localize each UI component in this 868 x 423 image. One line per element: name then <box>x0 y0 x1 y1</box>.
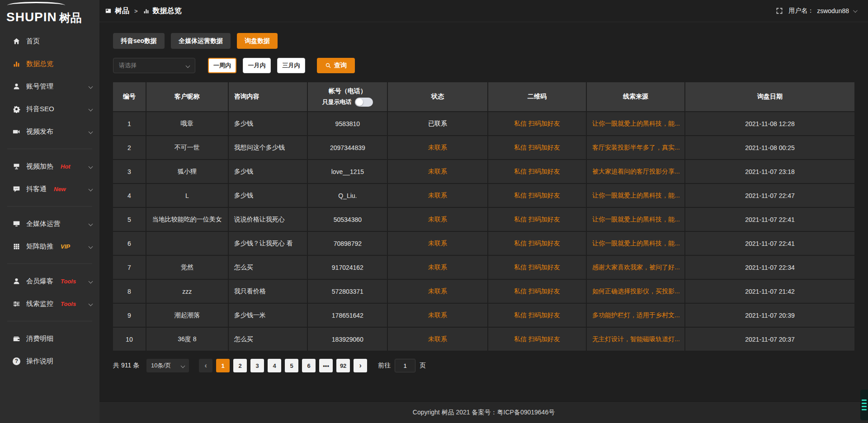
total-count: 共 911 条 <box>113 362 139 370</box>
cell-content: 多少钱 <box>229 112 308 135</box>
page-button-3[interactable]: 3 <box>250 359 264 372</box>
goto-suffix: 页 <box>420 362 426 370</box>
breadcrumb-root[interactable]: 树品 <box>115 6 129 16</box>
cell-source-link[interactable]: 客厅安装投影半年多了，真实... <box>587 136 685 159</box>
cell-status: 未联系 <box>388 160 488 183</box>
new-badge: New <box>54 186 66 193</box>
goto-page-input[interactable] <box>395 359 415 372</box>
chevron-down-icon <box>186 63 190 68</box>
app-square-icon <box>105 8 112 14</box>
page-size-select[interactable]: 10条/页 <box>146 359 189 372</box>
cell-date: 2021-11-07 22:41 <box>685 208 854 231</box>
cell-source-link[interactable]: 感谢大家喜欢我家，被问了好... <box>587 256 685 279</box>
user-dropdown[interactable]: 用户名：zswodun88 <box>788 7 856 15</box>
cell-status: 未联系 <box>388 136 488 159</box>
tab-douyin-seo-data[interactable]: 抖音seo数据 <box>113 33 165 49</box>
cell-content: 多少钱？让我死心 看 <box>229 232 308 255</box>
sidebar-item-account-mgmt[interactable]: 账号管理 <box>0 75 99 98</box>
cell-qrcode-link[interactable]: 私信 扫码加好友 <box>488 256 587 279</box>
sidebar-item-member-baoke[interactable]: 会员爆客 Tools <box>0 270 99 292</box>
sidebar-item-media-operation[interactable]: 全媒体运营 <box>0 212 99 235</box>
chevron-down-icon <box>89 84 93 89</box>
cell-qrcode-link[interactable]: 私信 扫码加好友 <box>488 328 587 351</box>
cell-source-link[interactable]: 让你一眼就爱上的黑科技，能... <box>587 184 685 207</box>
cell-qrcode-link[interactable]: 私信 扫码加好友 <box>488 232 587 255</box>
period-three-months-button[interactable]: 三月内 <box>277 58 305 73</box>
sidebar-item-clue-monitor[interactable]: 线索监控 Tools <box>0 292 99 315</box>
cell-content: 我只看价格 <box>229 280 308 303</box>
cell-qrcode-link[interactable]: 私信 扫码加好友 <box>488 136 587 159</box>
logo: SHUPIN 树品 <box>0 0 99 26</box>
goto-page: 前往 页 <box>378 359 426 372</box>
sidebar-item-douyin-seo[interactable]: 抖音SEO <box>0 98 99 120</box>
cell-source-link[interactable]: 被大家追着问的客厅投影分享... <box>587 160 685 183</box>
cell-qrcode-link[interactable]: 私信 扫码加好友 <box>488 112 587 135</box>
table-row: 5 当地比较能吃的一位美女 说说价格让我死心 50534380 未联系 私信 扫… <box>113 207 854 231</box>
cell-source-link[interactable]: 如何正确选择投影仪，买投影... <box>587 280 685 303</box>
sidebar-item-video-publish[interactable]: 视频发布 <box>0 120 99 143</box>
chevron-down-icon <box>89 129 93 134</box>
page-button-5[interactable]: 5 <box>285 359 298 372</box>
chevron-down-icon <box>89 301 93 306</box>
account-select[interactable]: 请选择 <box>113 58 195 73</box>
tab-media-operation-data[interactable]: 全媒体运营数据 <box>171 33 231 49</box>
period-one-month-button[interactable]: 一月内 <box>243 58 271 73</box>
pagination: 共 911 条 10条/页 ‹ 1 2 3 4 5 6 ••• 92 › 前往 … <box>113 359 854 372</box>
cell-qrcode-link[interactable]: 私信 扫码加好友 <box>488 280 587 303</box>
page-button-4[interactable]: 4 <box>268 359 281 372</box>
user-icon <box>13 277 20 285</box>
cell-qrcode-link[interactable]: 私信 扫码加好友 <box>488 304 587 327</box>
page-button-6[interactable]: 6 <box>302 359 316 372</box>
cell-status: 未联系 <box>388 304 488 327</box>
phone-only-row: 只显示电话 <box>322 98 373 107</box>
cell-source-link[interactable]: 让你一眼就爱上的黑科技，能... <box>587 112 685 135</box>
cell-source-link[interactable]: 让你一眼就爱上的黑科技，能... <box>587 232 685 255</box>
chat-widget[interactable] <box>860 390 868 420</box>
page-button-2[interactable]: 2 <box>233 359 247 372</box>
tab-inquiry-data[interactable]: 询盘数据 <box>237 33 278 49</box>
cell-date: 2021-11-07 22:41 <box>685 232 854 255</box>
next-page-button[interactable]: › <box>354 359 367 372</box>
sidebar-item-video-heat[interactable]: 视频加热 Hot <box>0 155 99 178</box>
bar-chart-icon <box>13 60 20 68</box>
chat-bubble-icon <box>13 185 20 193</box>
cell-status: 未联系 <box>388 208 488 231</box>
sidebar-item-label: 视频加热 <box>26 162 53 171</box>
cell-source-link[interactable]: 无主灯设计，智能磁吸轨道灯... <box>587 328 685 351</box>
cell-date: 2021-11-07 20:39 <box>685 304 854 327</box>
page-ellipsis-button[interactable]: ••• <box>319 359 333 372</box>
cell-qrcode-link[interactable]: 私信 扫码加好友 <box>488 184 587 207</box>
table-row: 10 36度 8 怎么买 183929060 未联系 私信 扫码加好友 无主灯设… <box>113 327 854 351</box>
cell-status: 未联系 <box>388 280 488 303</box>
table-body: 1 哦章 多少钱 9583810 已联系 私信 扫码加好友 让你一眼就爱上的黑科… <box>113 111 854 351</box>
sidebar-item-doukatong[interactable]: 抖客通 New <box>0 178 99 200</box>
sidebar-item-home[interactable]: 首页 <box>0 30 99 52</box>
sidebar-item-matrix-boost[interactable]: 矩阵助推 VIP <box>0 235 99 258</box>
sidebar-item-label: 全媒体运营 <box>26 220 60 228</box>
cell-content: 多少钱 <box>229 160 308 183</box>
period-one-week-button[interactable]: 一周内 <box>208 58 236 73</box>
cell-nickname: L <box>146 184 229 207</box>
cell-qrcode-link[interactable]: 私信 扫码加好友 <box>488 160 587 183</box>
cell-date: 2021-11-07 22:34 <box>685 256 854 279</box>
page-button-92[interactable]: 92 <box>336 359 350 372</box>
cell-index: 6 <box>113 232 146 255</box>
sidebar: SHUPIN 树品 首页 数据总览 账号管理 抖音SEO <box>0 0 99 423</box>
chevron-down-icon <box>89 107 93 111</box>
table-header: 编号 客户昵称 咨询内容 帐号（电话） 只显示电话 状态 二维码 线索来源 询盘… <box>113 82 854 111</box>
content: 抖音seo数据 全媒体运营数据 询盘数据 请选择 一周内 一月内 三月内 查询 <box>99 22 868 401</box>
page-button-1[interactable]: 1 <box>216 359 230 372</box>
query-button[interactable]: 查询 <box>317 58 355 73</box>
footer: Copyright 树品 2021 备案号：粤ICP备09019646号 <box>99 401 868 423</box>
sidebar-item-data-overview[interactable]: 数据总览 <box>0 52 99 75</box>
cell-status: 未联系 <box>388 232 488 255</box>
cell-qrcode-link[interactable]: 私信 扫码加好友 <box>488 208 587 231</box>
phone-only-toggle[interactable] <box>355 98 373 107</box>
cell-source-link[interactable]: 让你一眼就爱上的黑科技，能... <box>587 208 685 231</box>
menu-divider <box>7 263 92 264</box>
prev-page-button[interactable]: ‹ <box>199 359 212 372</box>
sidebar-item-expense-detail[interactable]: 消费明细 <box>0 327 99 350</box>
fullscreen-icon[interactable] <box>776 7 783 14</box>
sidebar-item-help[interactable]: 操作说明 <box>0 350 99 372</box>
cell-source-link[interactable]: 多功能护栏灯，适用于乡村文... <box>587 304 685 327</box>
